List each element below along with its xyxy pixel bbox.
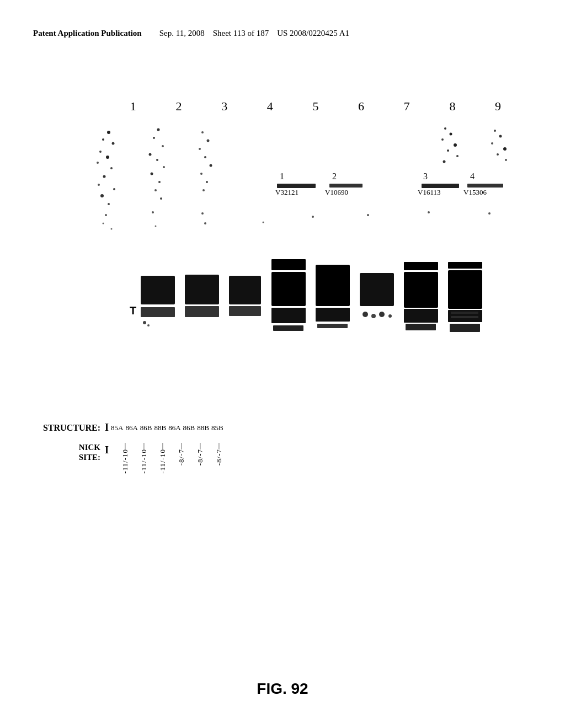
svg-point-9 [113,188,115,190]
svg-point-55 [105,214,107,216]
svg-point-23 [207,140,210,142]
svg-point-39 [491,142,493,144]
header-meta: Sep. 11, 2008 Sheet 113 of 187 US 2008/0… [159,29,349,38]
svg-point-36 [443,160,446,163]
svg-point-64 [155,226,157,227]
figure-area: 1 2 3 4 5 6 7 8 9 [33,72,532,673]
structure-val-86a2: 86A [168,424,180,432]
svg-point-20 [154,189,157,191]
svg-point-61 [488,212,491,215]
svg-point-63 [111,228,113,230]
patent-number: US 2008/0220425 A1 [277,29,349,38]
svg-point-32 [441,138,444,141]
svg-point-70 [147,324,150,326]
svg-rect-87 [404,262,438,270]
svg-point-6 [110,167,113,169]
svg-text:4: 4 [470,172,475,181]
lane-3: 3 [214,99,236,114]
svg-point-15 [149,153,152,156]
structure-val-86b2: 86B [183,424,195,432]
svg-rect-75 [271,259,306,270]
nick-values: | -11/-10 | -11/-10 | -11/-10 | -8/-7 | … [121,442,223,474]
nick-1: | -11/-10 [121,442,130,474]
svg-point-12 [157,129,160,131]
svg-point-4 [106,156,109,159]
svg-rect-47 [277,184,316,188]
svg-rect-67 [141,276,175,304]
svg-point-16 [156,159,158,161]
svg-rect-88 [404,272,438,308]
svg-point-62 [103,223,104,224]
svg-text:V10690: V10690 [325,188,348,196]
structure-val-86b1: 86B [140,424,152,432]
svg-text:3: 3 [423,172,428,181]
svg-point-21 [160,197,162,200]
sheet-info: Sheet 113 of 187 [213,29,269,38]
svg-point-29 [202,189,205,191]
svg-point-66 [263,222,264,223]
nick-site-row: NICK SITE: I | -11/-10 | -11/-10 | -11/-… [33,442,532,474]
svg-rect-78 [273,325,303,331]
svg-point-57 [201,212,204,215]
svg-point-40 [503,147,507,151]
svg-point-5 [97,162,99,164]
svg-point-25 [204,156,206,158]
svg-point-18 [151,173,153,175]
figure-label: FIG. 92 [257,680,308,697]
svg-rect-94 [450,324,480,332]
lane-8: 8 [441,99,463,114]
svg-point-84 [371,314,376,318]
structure-val-88b1: 88B [154,424,166,432]
structure-val-85b: 85B [211,424,223,432]
svg-point-69 [143,321,146,324]
svg-rect-79 [316,265,350,306]
svg-rect-96 [451,316,478,318]
nick-3: | -11/-10 [158,442,167,474]
gel-svg: 1 2 3 4 V32121 V10690 V16113 V15306 [88,124,526,444]
lane-1: 1 [122,99,144,114]
svg-point-19 [158,181,161,183]
svg-point-41 [497,153,499,156]
svg-text:V15306: V15306 [463,188,487,196]
lane-9: 9 [487,99,509,114]
svg-point-60 [428,211,430,213]
svg-point-22 [201,131,204,133]
svg-point-27 [200,173,202,175]
nick-4: | -8/-7 [177,442,186,465]
nick-5: | -8/-7 [196,442,205,465]
svg-rect-68 [141,307,175,317]
svg-point-7 [103,175,106,178]
svg-rect-92 [448,270,482,309]
structure-val-86a: 86A [125,424,137,432]
svg-point-24 [199,148,201,150]
structure-bar-I: I [105,422,109,433]
svg-rect-82 [360,273,394,306]
svg-point-3 [99,151,102,153]
nick-bar-I: I [105,445,109,456]
svg-point-56 [152,211,154,213]
svg-rect-80 [316,308,350,322]
lane-5: 5 [305,99,327,114]
svg-text:T: T [130,304,136,317]
lane-7: 7 [396,99,418,114]
svg-point-86 [388,314,392,318]
svg-text:V16113: V16113 [418,188,440,196]
svg-point-26 [210,164,212,167]
svg-point-38 [499,135,502,138]
structure-row: STRUCTURE: I 85A 86A 86B 88B 86A 86B 88B… [33,422,532,433]
pub-date: Sep. 11, 2008 [159,29,205,38]
svg-rect-95 [451,312,478,314]
svg-point-0 [107,131,110,134]
svg-rect-77 [271,308,306,323]
svg-point-85 [379,312,385,317]
svg-point-42 [505,159,507,161]
svg-point-33 [454,143,457,147]
nick-label: NICK SITE: [33,442,105,462]
structure-val-85a: 85A [111,424,123,432]
svg-point-34 [447,149,449,152]
svg-point-31 [450,133,452,136]
structure-val-88b2: 88B [197,424,209,432]
svg-point-37 [494,130,496,132]
svg-rect-49 [422,184,459,188]
svg-point-59 [367,214,369,216]
